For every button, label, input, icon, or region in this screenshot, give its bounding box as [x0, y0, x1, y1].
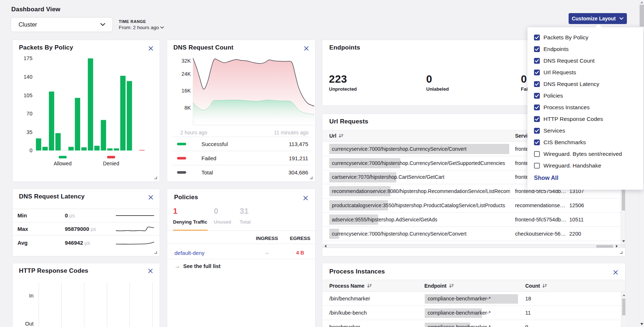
resize-handle[interactable]: [310, 177, 313, 179]
customize-layout-menu: Packets By PolicyEndpointsDNS Request Co…: [527, 27, 643, 190]
url-cell: currencyservice:7000/hipstershop.Currenc…: [332, 142, 510, 156]
bar-denied: [140, 150, 145, 150]
column-header-count[interactable]: Count: [525, 280, 547, 291]
close-icon[interactable]: [148, 195, 153, 200]
legend-item-allowed: Allowed: [46, 156, 79, 166]
table-row[interactable]: productcatalogservice:3550/hipstershop.P…: [322, 198, 621, 213]
latency-value-number: 0: [65, 212, 68, 218]
checkbox-unchecked-icon[interactable]: [534, 151, 540, 157]
menu-item-services[interactable]: Services: [527, 125, 643, 137]
bar-allowed: [81, 147, 87, 151]
table-row[interactable]: adservice:9555/hipstershop.AdService/Get…: [322, 213, 621, 227]
latency-value: 946942µs: [65, 240, 90, 246]
menu-item-dns-request-count[interactable]: DNS Request Count: [527, 55, 643, 67]
column-header-label: Url: [329, 133, 336, 139]
policy-name-link[interactable]: default-deny: [174, 250, 205, 256]
widget-http-response-codes: HTTP Response Codes In Out: [12, 263, 160, 327]
scope-select[interactable]: Cluster: [11, 17, 113, 32]
scroll-right-icon[interactable]: [616, 245, 618, 248]
latency-value-unit: µs: [69, 213, 75, 218]
scroll-up-icon[interactable]: [623, 294, 625, 296]
menu-item-wireguard-handshake[interactable]: Wireguard. Handshake: [527, 160, 643, 172]
process-table-body: /bin/benchmarkercompliance-benchmarker-*…: [322, 292, 621, 327]
latency-row-avg: Avg946942µs: [13, 235, 160, 250]
scroll-left-icon[interactable]: [325, 245, 326, 248]
url-table-horizontal-scrollbar[interactable]: [322, 244, 621, 248]
url-cell: cartservice:7070/hipstershop.CartService…: [332, 170, 510, 184]
count-cell: 2200: [569, 227, 606, 241]
resize-handle[interactable]: [154, 251, 157, 254]
table-row[interactable]: currencyservice:7000/hipstershop.Currenc…: [322, 227, 621, 241]
menu-item-packets-by-policy[interactable]: Packets By Policy: [527, 32, 643, 43]
scrollbar-thumb[interactable]: [640, 5, 644, 27]
legend-value: 304,686: [288, 169, 308, 176]
bar-allowed: [68, 147, 74, 150]
bar-allowed: [62, 150, 67, 150]
checkbox-checked-icon[interactable]: [534, 105, 540, 110]
menu-item-http-response-codes[interactable]: HTTP Response Codes: [527, 113, 643, 125]
scrollbar-thumb[interactable]: [596, 245, 613, 248]
close-icon[interactable]: [613, 270, 618, 275]
table-row[interactable]: benchmarkercompliance-benchmarker-*9: [322, 320, 621, 327]
count-cell: 11: [525, 306, 554, 320]
widget-packets-by-policy: Packets By Policy 03570105140175 Allowed…: [12, 40, 160, 182]
column-header-url[interactable]: Url: [329, 130, 343, 141]
count-cell: 18: [525, 292, 554, 306]
see-full-list-label: See the full list: [183, 263, 220, 269]
resize-handle[interactable]: [620, 251, 623, 254]
dns-count-area-chart: 8K16K24K32K: [167, 40, 315, 127]
stat-label: Unlabeled: [426, 86, 449, 92]
legend-swatch: [177, 171, 186, 174]
scrollbar-thumb[interactable]: [622, 299, 625, 315]
latency-sparkline: [116, 237, 154, 249]
checkbox-checked-icon[interactable]: [534, 128, 540, 134]
latency-value-unit: µs: [85, 240, 90, 246]
checkbox-checked-icon[interactable]: [534, 93, 540, 99]
time-range-value[interactable]: From: 2 hours ago: [119, 25, 164, 30]
resize-handle[interactable]: [154, 177, 157, 179]
scrollbar-corner: [621, 244, 625, 248]
checkbox-checked-icon[interactable]: [534, 46, 540, 52]
time-range-label: TIME RANGE: [119, 19, 164, 24]
checkbox-checked-icon[interactable]: [534, 58, 540, 64]
process-table-vertical-scrollbar[interactable]: [621, 292, 625, 327]
menu-item-url-requests[interactable]: Url Requests: [527, 67, 643, 78]
column-header-process-name[interactable]: Process Name: [329, 280, 372, 291]
checkbox-checked-icon[interactable]: [534, 35, 540, 40]
menu-item-process-instances[interactable]: Process Instances: [527, 102, 643, 113]
table-row[interactable]: /bin/benchmarkercompliance-benchmarker-*…: [322, 292, 621, 306]
row-label-in: In: [24, 293, 34, 299]
menu-item-dns-request-latency[interactable]: DNS Request Latency: [527, 78, 643, 90]
sort-icon: [339, 134, 343, 138]
bar-allowed: [88, 58, 93, 150]
table-row[interactable]: /bin/kube-benchcompliance-benchmarker-*1…: [322, 306, 621, 320]
scroll-up-icon[interactable]: [640, 1, 643, 3]
menu-item-policies[interactable]: Policies: [527, 90, 643, 102]
bar-allowed: [127, 81, 132, 151]
show-all-link[interactable]: Show All: [534, 175, 558, 181]
menu-item-endpoints[interactable]: Endpoints: [527, 43, 643, 55]
egress-column-header: EGRESS: [280, 236, 320, 241]
see-full-list-link[interactable]: → See the full list: [174, 263, 220, 269]
column-header-endpoint[interactable]: Endpoint: [424, 280, 454, 291]
chevron-down-icon: [100, 23, 105, 26]
checkbox-unchecked-icon[interactable]: [534, 163, 540, 169]
policies-tab-denying-traffic[interactable]: 1Denying Traffic: [173, 206, 207, 225]
scroll-down-icon[interactable]: [640, 323, 643, 325]
y-tick-label: 175: [24, 55, 32, 61]
checkbox-checked-icon[interactable]: [534, 116, 540, 122]
policies-tab-unused[interactable]: 0Unused: [214, 206, 231, 225]
close-icon[interactable]: [303, 196, 308, 201]
latency-sparkline: [116, 223, 154, 235]
tab-label: Total: [240, 219, 251, 225]
url-cell: adservice:9555/hipstershop.AdService/Get…: [332, 213, 510, 226]
y-tick-label: 0: [30, 147, 32, 153]
menu-item-cis-benchmarks[interactable]: CIS Benchmarks: [527, 137, 643, 148]
customize-layout-button[interactable]: Customize Layout: [569, 13, 627, 24]
checkbox-checked-icon[interactable]: [534, 81, 540, 87]
policies-tab-total[interactable]: 31Total: [240, 206, 251, 225]
scroll-down-icon[interactable]: [622, 240, 625, 242]
checkbox-checked-icon[interactable]: [534, 139, 540, 145]
menu-item-wireguard-bytes-sent-received[interactable]: Wireguard. Bytes sent/received: [527, 148, 643, 160]
checkbox-checked-icon[interactable]: [534, 70, 540, 75]
